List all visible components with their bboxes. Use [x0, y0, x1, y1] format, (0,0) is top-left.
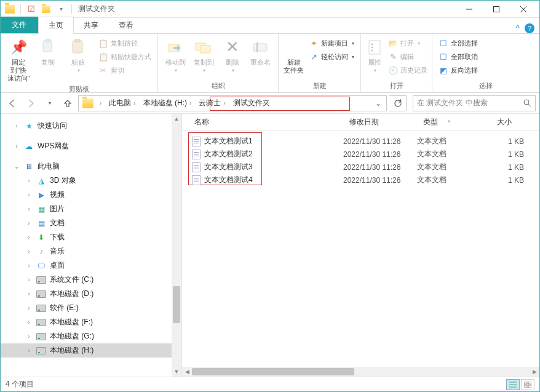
- history-button[interactable]: 🕘 历史记录: [386, 63, 430, 77]
- tree-wps[interactable]: › ☁ WPS网盘: [1, 139, 181, 153]
- drive-icon: [36, 332, 46, 342]
- new-folder-button[interactable]: 新建 文件夹: [282, 36, 305, 74]
- tree-item[interactable]: ›🖵桌面: [1, 258, 181, 273]
- scroll-thumb[interactable]: [173, 286, 180, 323]
- open-button[interactable]: 📂 打开▾: [386, 36, 430, 50]
- invert-selection-button[interactable]: ◩ 反向选择: [436, 63, 480, 77]
- qat-properties-icon[interactable]: ☑: [25, 2, 38, 16]
- tab-view[interactable]: 查看: [109, 17, 144, 33]
- paste-button[interactable]: 粘贴 ▾: [64, 36, 92, 74]
- breadcrumb-part-1[interactable]: 云骑士›: [195, 96, 229, 111]
- col-type[interactable]: 类型: [417, 117, 491, 127]
- nav-forward-button[interactable]: [23, 95, 39, 111]
- help-icon[interactable]: ?: [525, 23, 534, 33]
- tree-item[interactable]: ›◮3D 对象: [1, 174, 181, 188]
- tree-item[interactable]: ›系统文件 (C:): [1, 273, 181, 287]
- address-bar[interactable]: › 此电脑› 本地磁盘 (H:)› 云骑士› 测试文件夹 ⌄: [78, 95, 387, 111]
- group-label-open: 打开: [361, 80, 432, 92]
- close-button[interactable]: [510, 1, 537, 17]
- tree-item[interactable]: ›▦图片: [1, 202, 181, 216]
- scroll-down-icon[interactable]: ▼: [172, 367, 181, 377]
- tab-home[interactable]: 主页: [38, 17, 74, 34]
- tab-share[interactable]: 共享: [74, 17, 109, 33]
- file-row[interactable]: 文本文档测试12022/11/30 11:26文本文档1 KB: [182, 135, 539, 148]
- paste-icon: [68, 38, 88, 57]
- nav-back-button[interactable]: [4, 95, 20, 111]
- qat-folder-icon[interactable]: [3, 2, 17, 16]
- file-row[interactable]: 文本文档测试22022/11/30 11:26文本文档1 KB: [182, 148, 539, 161]
- qat-customize-icon[interactable]: ▾: [54, 2, 68, 16]
- tree-this-pc[interactable]: ⌄ 🖥 此电脑: [1, 159, 181, 174]
- copy-to-button[interactable]: 复制到▾: [190, 36, 217, 74]
- paste-shortcut-button[interactable]: 📋 粘贴快捷方式: [96, 50, 154, 63]
- breadcrumb-root[interactable]: 此电脑›: [105, 96, 139, 111]
- col-name[interactable]: 名称 ^: [182, 117, 343, 127]
- tree-quick-access[interactable]: › ★ 快速访问: [1, 119, 181, 133]
- minimize-button[interactable]: [456, 1, 483, 17]
- scroll-left-icon[interactable]: ◀: [182, 369, 192, 375]
- file-row[interactable]: 文本文档测试32022/11/30 11:26文本文档1 KB: [182, 161, 539, 174]
- tree-item[interactable]: ›⬇下载: [1, 230, 181, 244]
- horizontal-scrollbar[interactable]: ◀ ▶: [182, 367, 539, 377]
- chevron-down-icon: ▾: [49, 100, 51, 106]
- rename-icon: [251, 38, 271, 57]
- main-area: › ★ 快速访问 › ☁ WPS网盘 ⌄ 🖥 此电脑 ›◮3D 对象›▶视频›▦…: [1, 114, 539, 377]
- move-to-button[interactable]: 移动到▾: [162, 36, 189, 74]
- tree-item[interactable]: ›▶视频: [1, 188, 181, 202]
- ribbon-collapse-icon[interactable]: ^: [515, 23, 520, 33]
- sort-asc-icon: ^: [448, 119, 450, 126]
- scroll-right-icon[interactable]: ▶: [530, 369, 539, 375]
- search-icon[interactable]: [523, 99, 531, 107]
- breadcrumb-sep[interactable]: ›: [96, 96, 105, 111]
- tree-item[interactable]: ›♪音乐: [1, 244, 181, 258]
- svg-rect-21: [524, 385, 527, 388]
- file-row[interactable]: 文本文档测试42022/11/30 11:26文本文档1 KB: [182, 174, 539, 186]
- properties-button[interactable]: 属性▾: [365, 36, 384, 74]
- nav-up-button[interactable]: [60, 95, 76, 111]
- tab-file[interactable]: 文件: [1, 17, 38, 33]
- drive-icon: [36, 275, 46, 285]
- properties-icon: [365, 38, 384, 57]
- qat-new-folder-icon[interactable]: [39, 2, 53, 16]
- refresh-button[interactable]: [389, 95, 407, 111]
- cut-button[interactable]: ✂ 剪切: [96, 63, 154, 77]
- tree-item[interactable]: ›▤文档: [1, 216, 181, 230]
- easy-access-icon: ↗: [309, 52, 319, 62]
- tree-item[interactable]: ›本地磁盘 (H:): [1, 343, 181, 358]
- scroll-up-icon[interactable]: ▲: [172, 114, 181, 124]
- hscroll-thumb[interactable]: [192, 368, 354, 375]
- history-icon: 🕘: [388, 65, 398, 75]
- copy-path-icon: 📋: [98, 38, 108, 48]
- svg-rect-7: [75, 39, 80, 42]
- pin-to-quick-access-button[interactable]: 📌 固定到"快 速访问": [4, 36, 33, 83]
- tree-item[interactable]: ›本地磁盘 (D:): [1, 287, 181, 301]
- edit-button[interactable]: ✎ 编辑: [386, 50, 430, 63]
- open-icon: 📂: [388, 38, 398, 48]
- search-input[interactable]: 在 测试文件夹 中搜索: [413, 95, 536, 111]
- tree-item[interactable]: ›软件 (E:): [1, 301, 181, 315]
- address-dropdown-icon[interactable]: ⌄: [371, 99, 385, 108]
- delete-button[interactable]: ✕ 删除▾: [219, 36, 246, 74]
- drive-icon: [36, 318, 46, 327]
- col-size[interactable]: 大小: [491, 117, 528, 127]
- easy-access-button[interactable]: ↗ 轻松访问▾: [306, 50, 357, 63]
- group-label-new: 新建: [279, 80, 360, 92]
- tree-scrollbar[interactable]: ▲ ▼: [172, 114, 181, 377]
- select-all-button[interactable]: ☐ 全部选择: [436, 36, 480, 50]
- delete-icon: ✕: [223, 38, 242, 57]
- breadcrumb-part-0[interactable]: 本地磁盘 (H:)›: [140, 96, 196, 111]
- file-pane: 名称 ^ 修改日期 类型 大小 文本文档测试12022/11/30 11:26文…: [182, 114, 539, 377]
- copy-button[interactable]: 复制: [34, 36, 62, 66]
- rename-button[interactable]: 重命名: [247, 36, 274, 66]
- tree-item[interactable]: ›本地磁盘 (F:): [1, 315, 181, 329]
- col-date[interactable]: 修改日期: [343, 117, 417, 127]
- breadcrumb-part-2[interactable]: 测试文件夹: [229, 96, 274, 111]
- tree-item[interactable]: ›本地磁盘 (G:): [1, 329, 181, 343]
- nav-recent-button[interactable]: ▾: [41, 95, 57, 111]
- view-details-button[interactable]: [506, 379, 520, 390]
- select-none-button[interactable]: ☐ 全部取消: [436, 50, 480, 63]
- maximize-button[interactable]: [483, 1, 510, 17]
- view-icons-button[interactable]: [521, 379, 534, 390]
- copy-path-button[interactable]: 📋 复制路径: [96, 36, 154, 50]
- new-item-button[interactable]: ✦ 新建项目▾: [306, 36, 357, 50]
